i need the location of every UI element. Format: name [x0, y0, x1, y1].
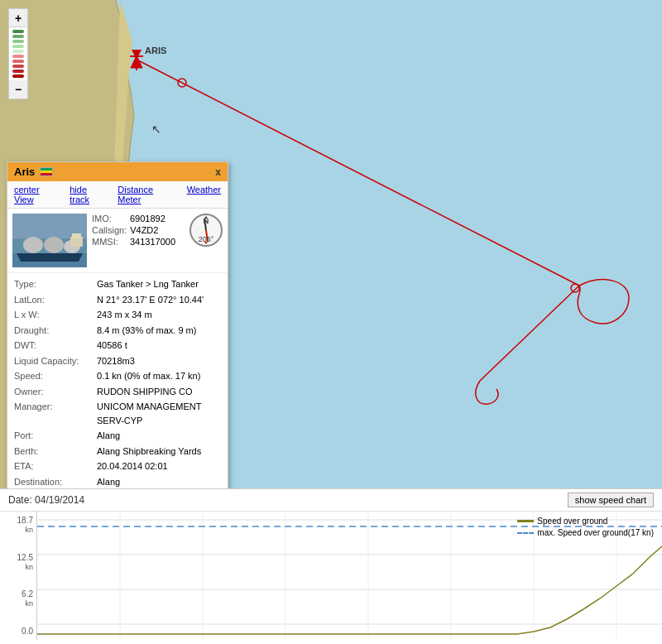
center-view-link[interactable]: center View — [14, 185, 60, 204]
detail-row: LatLon:N 21° 23.17' E 072° 10.44' — [14, 292, 221, 308]
panel-title: Aris — [14, 166, 35, 178]
svg-point-10 — [23, 237, 43, 253]
compass-degree: 205° — [199, 235, 214, 243]
y-label-mid2: 6.2kn — [0, 589, 33, 608]
map-area: + − ARIS ↖ — [0, 0, 662, 488]
ship-image — [12, 214, 87, 267]
y-label-mid1: 12.5kn — [0, 553, 33, 571]
panel-content: IMO: 6901892 Callsign: V4ZD2 MMSI: 34131… — [7, 209, 228, 272]
detail-row: Draught:8.4 m (93% of max. 9 m) — [14, 323, 221, 339]
ship-ident: IMO: 6901892 Callsign: V4ZD2 MMSI: 34131… — [92, 214, 175, 267]
ship-label: ARIS — [145, 46, 166, 55]
y-label-top: 18.7kn — [0, 516, 33, 534]
legend-speed-ground-color — [517, 520, 534, 522]
legend-max-speed: max. Speed over ground(17 kn) — [517, 528, 654, 537]
detail-row: DWT:40586 t — [14, 338, 221, 353]
detail-row: Port:Alang — [14, 428, 221, 444]
chart-y-axis: 18.7kn 12.5kn 6.2kn 0.0 — [0, 512, 37, 640]
svg-rect-14 — [72, 233, 81, 238]
zoom-out-button[interactable]: − — [9, 80, 27, 99]
detail-row: Liquid Capacity:70218m3 — [14, 353, 221, 369]
detail-row: Manager:UNICOM MANAGEMENT SERV-CYP — [14, 399, 221, 428]
cursor-icon: ↖ — [151, 123, 161, 136]
legend-max-speed-color — [517, 532, 534, 534]
panel-nav: center View hide track Distance Meter We… — [7, 181, 228, 209]
detail-row: Destination:Alang — [14, 474, 221, 489]
svg-marker-4 — [132, 50, 142, 60]
detail-row: L x W:243 m x 34 m — [14, 307, 221, 323]
ship-info-panel: Aris x center View hide track Distance M… — [7, 161, 228, 488]
legend-max-speed-label: max. Speed over ground(17 kn) — [537, 528, 654, 537]
date-value: 04/19/2014 — [35, 494, 84, 506]
chart-legend: Speed over ground max. Speed over ground… — [517, 517, 654, 537]
hide-track-link[interactable]: hide track — [70, 185, 108, 204]
compass: N 205° — [189, 214, 223, 247]
panel-close-button[interactable]: x — [215, 166, 221, 178]
zoom-in-button[interactable]: + — [9, 9, 27, 27]
y-label-bot: 0.0 — [0, 627, 33, 636]
svg-point-11 — [44, 237, 64, 253]
svg-marker-18 — [204, 216, 208, 219]
svg-marker-3 — [131, 55, 142, 68]
chart-body: 18.7kn 12.5kn 6.2kn 0.0 — [0, 512, 662, 640]
legend-speed-ground-label: Speed over ground — [537, 517, 607, 526]
detail-row: Speed:0.1 kn (0% of max. 17 kn) — [14, 368, 221, 384]
svg-point-1 — [178, 79, 186, 87]
detail-row: Berth:Alang Shipbreaking Yards — [14, 444, 221, 459]
svg-line-16 — [204, 219, 206, 230]
chart-header: Date: 04/19/2014 show speed chart — [0, 489, 662, 512]
detail-row: ETA:20.04.2014 02:01 — [14, 459, 221, 474]
flag-icon — [40, 167, 53, 176]
chart-area: Date: 04/19/2014 show speed chart 18.7kn… — [0, 488, 662, 644]
legend-speed-ground: Speed over ground — [517, 517, 654, 526]
zoom-slider[interactable] — [9, 27, 27, 80]
detail-row: Owner:RUDON SHIPPING CO — [14, 384, 221, 400]
date-label: Date: — [8, 494, 32, 506]
svg-point-2 — [571, 284, 579, 292]
distance-meter-link[interactable]: Distance Meter — [118, 185, 176, 204]
detail-row: Type:Gas Tanker > Lng Tanker — [14, 276, 221, 292]
date-display: Date: 04/19/2014 — [8, 494, 84, 506]
chart-canvas-area: Speed over ground max. Speed over ground… — [37, 512, 662, 640]
panel-details: Type:Gas Tanker > Lng TankerLatLon:N 21°… — [7, 272, 228, 488]
zoom-controls: + − — [8, 8, 28, 99]
panel-header: Aris x — [7, 162, 228, 181]
weather-link[interactable]: Weather — [187, 185, 221, 204]
show-speed-chart-button[interactable]: show speed chart — [568, 493, 654, 507]
